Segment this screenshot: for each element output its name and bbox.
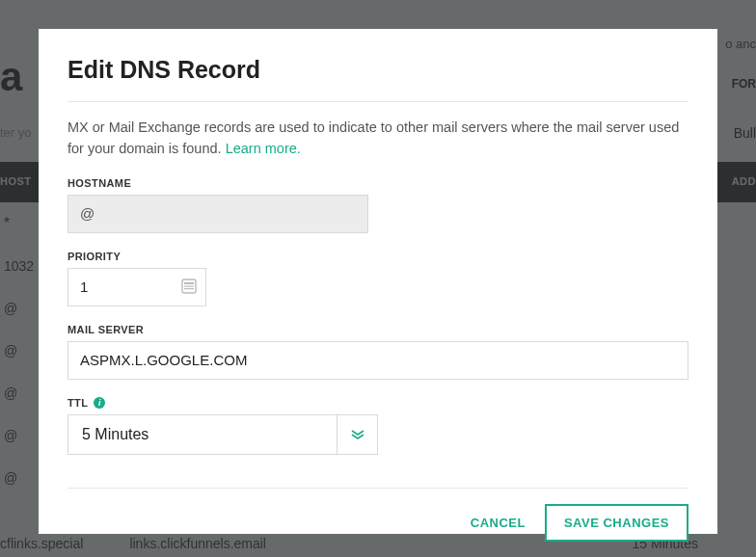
learn-more-link[interactable]: Learn more. — [226, 141, 301, 156]
edit-dns-dialog: Edit DNS Record MX or Mail Exchange reco… — [39, 29, 717, 534]
hostname-input — [68, 195, 368, 233]
divider — [68, 101, 688, 102]
ttl-select[interactable]: 5 Minutes — [68, 414, 338, 455]
dialog-description: MX or Mail Exchange records are used to … — [68, 118, 688, 160]
mailserver-input[interactable] — [68, 341, 688, 380]
mailserver-label: MAIL SERVER — [68, 324, 688, 335]
priority-label: PRIORITY — [68, 251, 688, 262]
ttl-dropdown-button[interactable] — [338, 414, 378, 455]
ttl-label: TTL — [68, 397, 88, 409]
priority-input[interactable] — [68, 268, 206, 306]
save-button[interactable]: SAVE CHANGES — [545, 504, 688, 542]
description-text: MX or Mail Exchange records are used to … — [68, 119, 679, 156]
hostname-label: HOSTNAME — [68, 177, 688, 189]
cancel-button[interactable]: CANCEL — [471, 516, 526, 530]
footer-divider — [68, 488, 688, 489]
ttl-label-row: TTL i — [68, 397, 688, 409]
dialog-actions: CANCEL SAVE CHANGES — [68, 504, 688, 542]
chevron-down-icon — [351, 426, 364, 443]
info-icon[interactable]: i — [94, 397, 105, 409]
dialog-title: Edit DNS Record — [68, 56, 688, 84]
